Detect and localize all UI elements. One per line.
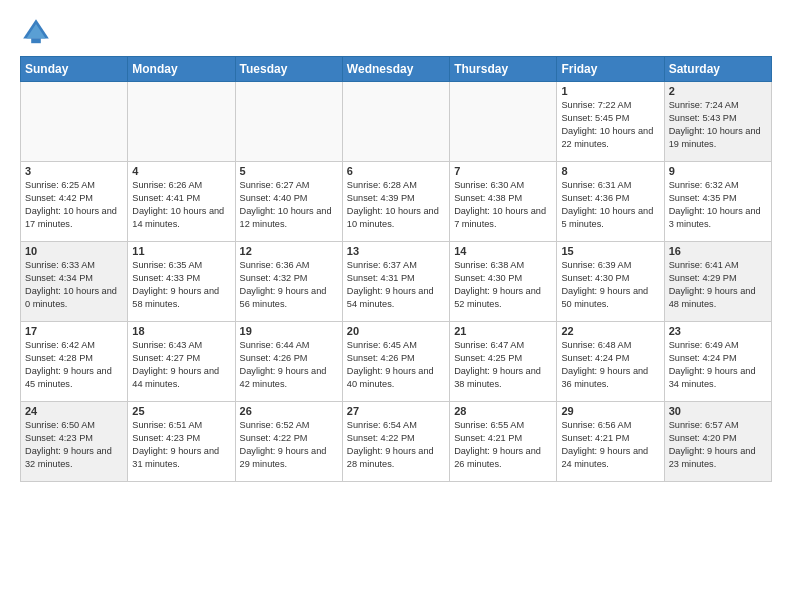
day-info: Sunrise: 6:37 AM Sunset: 4:31 PM Dayligh… (347, 259, 445, 311)
calendar-cell: 14Sunrise: 6:38 AM Sunset: 4:30 PM Dayli… (450, 242, 557, 322)
day-info: Sunrise: 6:30 AM Sunset: 4:38 PM Dayligh… (454, 179, 552, 231)
day-number: 20 (347, 325, 445, 337)
day-info: Sunrise: 6:26 AM Sunset: 4:41 PM Dayligh… (132, 179, 230, 231)
day-info: Sunrise: 6:28 AM Sunset: 4:39 PM Dayligh… (347, 179, 445, 231)
day-number: 29 (561, 405, 659, 417)
calendar-cell: 6Sunrise: 6:28 AM Sunset: 4:39 PM Daylig… (342, 162, 449, 242)
calendar-cell: 18Sunrise: 6:43 AM Sunset: 4:27 PM Dayli… (128, 322, 235, 402)
calendar-cell: 10Sunrise: 6:33 AM Sunset: 4:34 PM Dayli… (21, 242, 128, 322)
day-info: Sunrise: 6:44 AM Sunset: 4:26 PM Dayligh… (240, 339, 338, 391)
day-number: 11 (132, 245, 230, 257)
logo-icon (20, 16, 52, 48)
day-info: Sunrise: 6:33 AM Sunset: 4:34 PM Dayligh… (25, 259, 123, 311)
col-header-friday: Friday (557, 57, 664, 82)
calendar-cell: 4Sunrise: 6:26 AM Sunset: 4:41 PM Daylig… (128, 162, 235, 242)
day-info: Sunrise: 6:49 AM Sunset: 4:24 PM Dayligh… (669, 339, 767, 391)
calendar-cell: 20Sunrise: 6:45 AM Sunset: 4:26 PM Dayli… (342, 322, 449, 402)
calendar-cell: 15Sunrise: 6:39 AM Sunset: 4:30 PM Dayli… (557, 242, 664, 322)
day-number: 28 (454, 405, 552, 417)
day-info: Sunrise: 6:51 AM Sunset: 4:23 PM Dayligh… (132, 419, 230, 471)
day-number: 8 (561, 165, 659, 177)
calendar-cell: 5Sunrise: 6:27 AM Sunset: 4:40 PM Daylig… (235, 162, 342, 242)
day-number: 7 (454, 165, 552, 177)
day-number: 15 (561, 245, 659, 257)
week-row-3: 17Sunrise: 6:42 AM Sunset: 4:28 PM Dayli… (21, 322, 772, 402)
calendar-cell: 12Sunrise: 6:36 AM Sunset: 4:32 PM Dayli… (235, 242, 342, 322)
calendar-cell: 30Sunrise: 6:57 AM Sunset: 4:20 PM Dayli… (664, 402, 771, 482)
calendar-cell: 24Sunrise: 6:50 AM Sunset: 4:23 PM Dayli… (21, 402, 128, 482)
day-info: Sunrise: 6:52 AM Sunset: 4:22 PM Dayligh… (240, 419, 338, 471)
day-info: Sunrise: 6:57 AM Sunset: 4:20 PM Dayligh… (669, 419, 767, 471)
svg-rect-2 (31, 38, 41, 43)
calendar-cell: 19Sunrise: 6:44 AM Sunset: 4:26 PM Dayli… (235, 322, 342, 402)
day-info: Sunrise: 6:27 AM Sunset: 4:40 PM Dayligh… (240, 179, 338, 231)
day-number: 5 (240, 165, 338, 177)
col-header-thursday: Thursday (450, 57, 557, 82)
calendar-cell: 9Sunrise: 6:32 AM Sunset: 4:35 PM Daylig… (664, 162, 771, 242)
col-header-monday: Monday (128, 57, 235, 82)
calendar-cell: 17Sunrise: 6:42 AM Sunset: 4:28 PM Dayli… (21, 322, 128, 402)
week-row-0: 1Sunrise: 7:22 AM Sunset: 5:45 PM Daylig… (21, 82, 772, 162)
col-header-tuesday: Tuesday (235, 57, 342, 82)
calendar-cell: 2Sunrise: 7:24 AM Sunset: 5:43 PM Daylig… (664, 82, 771, 162)
calendar-cell: 11Sunrise: 6:35 AM Sunset: 4:33 PM Dayli… (128, 242, 235, 322)
header-row: SundayMondayTuesdayWednesdayThursdayFrid… (21, 57, 772, 82)
day-info: Sunrise: 6:38 AM Sunset: 4:30 PM Dayligh… (454, 259, 552, 311)
calendar-cell: 26Sunrise: 6:52 AM Sunset: 4:22 PM Dayli… (235, 402, 342, 482)
day-number: 18 (132, 325, 230, 337)
day-number: 23 (669, 325, 767, 337)
day-info: Sunrise: 6:47 AM Sunset: 4:25 PM Dayligh… (454, 339, 552, 391)
calendar-table: SundayMondayTuesdayWednesdayThursdayFrid… (20, 56, 772, 482)
day-info: Sunrise: 6:43 AM Sunset: 4:27 PM Dayligh… (132, 339, 230, 391)
calendar-cell: 3Sunrise: 6:25 AM Sunset: 4:42 PM Daylig… (21, 162, 128, 242)
day-number: 1 (561, 85, 659, 97)
day-info: Sunrise: 6:56 AM Sunset: 4:21 PM Dayligh… (561, 419, 659, 471)
col-header-wednesday: Wednesday (342, 57, 449, 82)
calendar-cell: 21Sunrise: 6:47 AM Sunset: 4:25 PM Dayli… (450, 322, 557, 402)
day-number: 12 (240, 245, 338, 257)
calendar-cell: 22Sunrise: 6:48 AM Sunset: 4:24 PM Dayli… (557, 322, 664, 402)
calendar-cell: 28Sunrise: 6:55 AM Sunset: 4:21 PM Dayli… (450, 402, 557, 482)
calendar-cell: 29Sunrise: 6:56 AM Sunset: 4:21 PM Dayli… (557, 402, 664, 482)
day-number: 14 (454, 245, 552, 257)
day-number: 13 (347, 245, 445, 257)
day-number: 25 (132, 405, 230, 417)
logo (20, 16, 56, 48)
day-info: Sunrise: 6:50 AM Sunset: 4:23 PM Dayligh… (25, 419, 123, 471)
calendar-cell: 8Sunrise: 6:31 AM Sunset: 4:36 PM Daylig… (557, 162, 664, 242)
day-info: Sunrise: 6:36 AM Sunset: 4:32 PM Dayligh… (240, 259, 338, 311)
calendar-cell (342, 82, 449, 162)
day-info: Sunrise: 6:32 AM Sunset: 4:35 PM Dayligh… (669, 179, 767, 231)
day-info: Sunrise: 6:41 AM Sunset: 4:29 PM Dayligh… (669, 259, 767, 311)
day-info: Sunrise: 6:45 AM Sunset: 4:26 PM Dayligh… (347, 339, 445, 391)
day-number: 24 (25, 405, 123, 417)
header (20, 16, 772, 48)
day-number: 10 (25, 245, 123, 257)
day-number: 21 (454, 325, 552, 337)
day-number: 2 (669, 85, 767, 97)
day-number: 22 (561, 325, 659, 337)
day-number: 27 (347, 405, 445, 417)
day-info: Sunrise: 6:35 AM Sunset: 4:33 PM Dayligh… (132, 259, 230, 311)
day-info: Sunrise: 6:42 AM Sunset: 4:28 PM Dayligh… (25, 339, 123, 391)
day-info: Sunrise: 6:55 AM Sunset: 4:21 PM Dayligh… (454, 419, 552, 471)
calendar-cell: 7Sunrise: 6:30 AM Sunset: 4:38 PM Daylig… (450, 162, 557, 242)
calendar-cell: 13Sunrise: 6:37 AM Sunset: 4:31 PM Dayli… (342, 242, 449, 322)
day-info: Sunrise: 6:48 AM Sunset: 4:24 PM Dayligh… (561, 339, 659, 391)
day-number: 3 (25, 165, 123, 177)
col-header-saturday: Saturday (664, 57, 771, 82)
calendar-cell: 16Sunrise: 6:41 AM Sunset: 4:29 PM Dayli… (664, 242, 771, 322)
calendar-cell (450, 82, 557, 162)
day-info: Sunrise: 6:54 AM Sunset: 4:22 PM Dayligh… (347, 419, 445, 471)
day-number: 16 (669, 245, 767, 257)
day-number: 19 (240, 325, 338, 337)
day-number: 17 (25, 325, 123, 337)
day-info: Sunrise: 6:39 AM Sunset: 4:30 PM Dayligh… (561, 259, 659, 311)
week-row-4: 24Sunrise: 6:50 AM Sunset: 4:23 PM Dayli… (21, 402, 772, 482)
calendar-cell: 23Sunrise: 6:49 AM Sunset: 4:24 PM Dayli… (664, 322, 771, 402)
calendar-cell: 1Sunrise: 7:22 AM Sunset: 5:45 PM Daylig… (557, 82, 664, 162)
day-info: Sunrise: 6:31 AM Sunset: 4:36 PM Dayligh… (561, 179, 659, 231)
calendar-cell (21, 82, 128, 162)
day-number: 4 (132, 165, 230, 177)
day-number: 9 (669, 165, 767, 177)
